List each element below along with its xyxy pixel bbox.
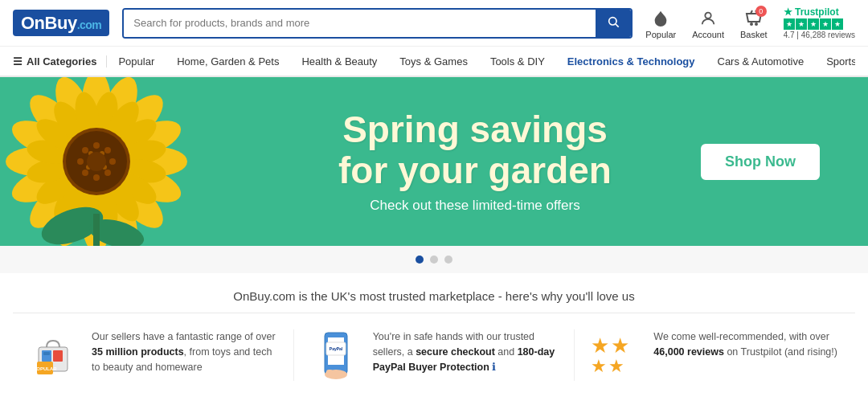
card1-text: Our sellers have a fantastic range of ov… xyxy=(92,329,277,374)
svg-point-42 xyxy=(109,158,116,165)
header-actions: Popular Account 0 Basket ★ Trustpilot ★ xyxy=(645,6,855,39)
info-icon[interactable]: ℹ xyxy=(492,362,496,373)
trustpilot-logo: ★ Trustpilot xyxy=(784,6,839,18)
star-5: ★ xyxy=(832,18,843,30)
nav-item-tools-diy[interactable]: Tools & DIY xyxy=(479,47,556,76)
svg-point-47 xyxy=(82,147,88,153)
info-section-title: OnBuy.com is the UK's most trusted marke… xyxy=(13,289,855,313)
security-icon: PayPal xyxy=(310,329,362,381)
nav-item-electronics[interactable]: Electronics & Technology xyxy=(556,47,706,76)
svg-point-2 xyxy=(705,12,710,18)
svg-rect-69 xyxy=(340,371,345,378)
star-1: ★ xyxy=(784,18,795,30)
info-cards: POPULAR Our sellers have a fantastic ran… xyxy=(13,329,855,381)
svg-rect-68 xyxy=(334,371,339,378)
svg-rect-59 xyxy=(53,350,63,362)
basket-icon: 0 xyxy=(743,7,765,30)
account-icon xyxy=(697,7,719,30)
info-card-security: PayPal You're in safe hands with our tru… xyxy=(294,329,575,381)
nav-item-home-garden[interactable]: Home, Garden & Pets xyxy=(166,47,290,76)
banner-title: Spring savings for your garden xyxy=(338,109,612,190)
header: OnBuy.com Popular Account xyxy=(0,0,868,47)
main-nav: ☰ All Categories Popular Home, Garden & … xyxy=(0,47,868,77)
svg-point-52 xyxy=(87,152,106,171)
logo[interactable]: OnBuy.com xyxy=(13,13,109,34)
nav-item-sports[interactable]: Sports & Outdoors xyxy=(815,47,855,76)
nav-items: Popular Home, Garden & Pets Health & Bea… xyxy=(107,47,855,76)
svg-point-41 xyxy=(104,147,111,153)
svg-text:POPULAR: POPULAR xyxy=(33,366,57,371)
trustpilot-rating: 4.7 | 46,288 reviews xyxy=(784,31,855,39)
svg-point-0 xyxy=(609,17,616,24)
info-card-products: POPULAR Our sellers have a fantastic ran… xyxy=(13,329,294,381)
trustpilot-widget: ★ Trustpilot ★ ★ ★ ★ ★ 4.7 | 46,288 revi… xyxy=(784,6,855,39)
info-section: OnBuy.com is the UK's most trusted marke… xyxy=(0,273,868,394)
big-star-2: ★ xyxy=(611,335,629,356)
basket-action[interactable]: 0 Basket xyxy=(740,7,768,39)
popular-icon xyxy=(649,7,672,30)
svg-point-3 xyxy=(751,23,752,25)
logo-com: .com xyxy=(77,18,102,31)
svg-point-45 xyxy=(82,170,88,176)
svg-rect-67 xyxy=(326,370,333,378)
nav-item-toys-games[interactable]: Toys & Games xyxy=(388,47,479,76)
star-3: ★ xyxy=(808,18,819,30)
reviews-icon: ★ ★ ★ ★ xyxy=(591,329,642,381)
big-star-1: ★ xyxy=(591,335,609,356)
dot-2[interactable] xyxy=(430,256,438,264)
basket-count: 0 xyxy=(755,6,767,17)
card3-text: We come well-recommended, with over 46,0… xyxy=(653,329,839,360)
hero-banner: Spring savings for your garden Check out… xyxy=(0,77,868,246)
banner-flower xyxy=(0,77,249,246)
search-bar xyxy=(122,8,633,39)
svg-text:PayPal: PayPal xyxy=(329,346,342,351)
svg-point-40 xyxy=(93,142,100,149)
nav-item-cars[interactable]: Cars & Automotive xyxy=(706,47,816,76)
svg-point-43 xyxy=(104,170,111,176)
account-label: Account xyxy=(692,30,724,39)
banner-text: Spring savings for your garden Check out… xyxy=(249,93,701,229)
shop-now-button[interactable]: Shop Now xyxy=(701,144,820,180)
basket-label: Basket xyxy=(740,30,768,39)
banner-dots xyxy=(0,246,868,273)
hamburger-icon: ☰ xyxy=(13,55,23,67)
svg-point-44 xyxy=(93,174,100,181)
dot-3[interactable] xyxy=(444,256,452,264)
dot-1[interactable] xyxy=(416,256,424,264)
star-2: ★ xyxy=(796,18,807,30)
svg-point-4 xyxy=(755,23,757,25)
trustpilot-stars: ★ ★ ★ ★ ★ xyxy=(784,18,843,30)
star-4: ★ xyxy=(820,18,831,30)
all-categories-button[interactable]: ☰ All Categories xyxy=(13,55,107,67)
svg-line-1 xyxy=(616,24,619,27)
search-input[interactable] xyxy=(124,10,596,37)
card2-text: You're in safe hands with our trusted se… xyxy=(373,329,559,374)
nav-item-popular[interactable]: Popular xyxy=(107,47,166,76)
popular-action[interactable]: Popular xyxy=(645,7,676,39)
banner-subtitle: Check out these limited-time offers xyxy=(370,198,579,214)
info-card-reviews: ★ ★ ★ ★ We come well-recommended, with o… xyxy=(575,329,855,381)
nav-item-health-beauty[interactable]: Health & Beauty xyxy=(290,47,388,76)
svg-rect-58 xyxy=(43,352,50,355)
search-button[interactable] xyxy=(596,10,631,37)
svg-point-46 xyxy=(77,158,84,165)
logo-text: OnBuy.com xyxy=(13,10,109,36)
big-star-4: ★ xyxy=(608,358,624,375)
star-rating-display: ★ ★ ★ ★ xyxy=(591,335,642,375)
account-action[interactable]: Account xyxy=(692,7,724,39)
big-star-3: ★ xyxy=(591,358,607,375)
products-icon: POPULAR xyxy=(29,329,80,381)
popular-label: Popular xyxy=(645,30,676,39)
